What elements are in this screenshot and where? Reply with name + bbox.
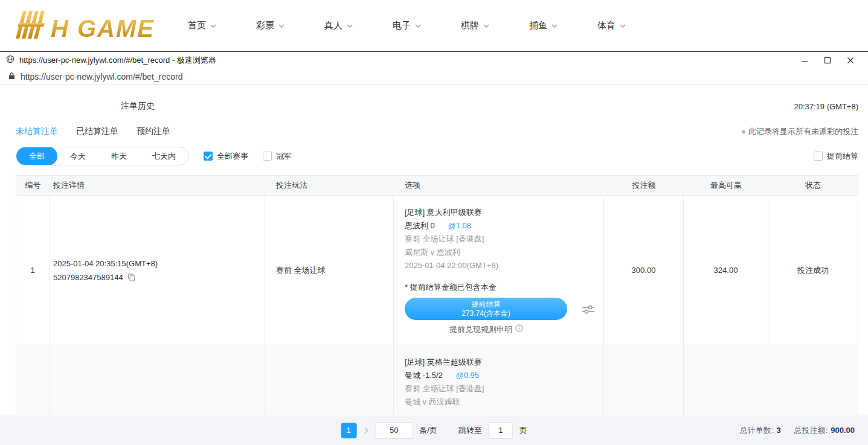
checkbox-unchecked-icon — [814, 152, 823, 161]
bet-record-page: 注单历史 20:37:19 (GMT+8) 未结算注单 已结算注单 预约注单 此… — [0, 85, 868, 415]
nav-item-fishing[interactable]: 捕鱼 — [529, 20, 558, 31]
nav-item-sports[interactable]: 体育 — [597, 20, 626, 31]
bet-id: 5207982347589144 — [53, 271, 123, 284]
total-count-value: 3 — [776, 426, 780, 435]
copy-icon[interactable] — [127, 274, 135, 281]
cell-details: 2025-01-04 20:35:15(GMT+8) 5207982347589… — [50, 196, 265, 345]
nav-label: 棋牌 — [461, 20, 479, 31]
pill-all[interactable]: 全部 — [16, 147, 57, 165]
maximize-button[interactable] — [816, 52, 839, 68]
header-play: 投注玩法 — [265, 180, 394, 191]
table-row: 1 2025-01-04 20:35:15(GMT+8) 52079823475… — [16, 196, 858, 345]
nav-label: 真人 — [324, 20, 342, 31]
server-time: 20:37:19 (GMT+8) — [794, 102, 858, 111]
pill-7days[interactable]: 七天内 — [140, 147, 188, 165]
checkbox-all-events[interactable]: 全部赛事 — [204, 151, 248, 162]
page-size-input[interactable] — [375, 422, 413, 439]
cell-option: [足球] 英格兰超级联赛 曼城 -1.5/2 @0.95 赛前 全场让球 [香港… — [394, 345, 604, 415]
checkbox-early-settle[interactable]: 提前结算 — [814, 151, 858, 162]
nav-label: 首页 — [188, 20, 206, 31]
total-amount-label: 总投注额: — [794, 425, 828, 436]
site-top-nav: H GAME 首页 彩票 真人 电子 棋牌 — [0, 0, 868, 51]
cashout-button-title: 提前结算 — [472, 300, 501, 309]
minimize-button[interactable] — [793, 52, 816, 68]
jump-page-input[interactable] — [489, 422, 513, 439]
option-pick: 恩波利 0 — [405, 221, 435, 230]
jump-label: 跳转至 — [458, 425, 482, 436]
checkbox-label: 提前结算 — [827, 151, 858, 162]
note-bullet-icon — [742, 130, 745, 133]
cell-details — [50, 345, 265, 415]
address-bar[interactable]: https://user-pc-new.jylywl.com/#/bet_rec… — [0, 68, 868, 85]
nav-item-chess[interactable]: 棋牌 — [461, 20, 489, 31]
pagination-footer: 1 条/页 跳转至 页 总计单数: 3 总投注额: 900.00 — [0, 415, 868, 445]
chevron-down-icon — [210, 24, 216, 28]
header-details: 投注详情 — [50, 180, 265, 191]
option-odds: @1.08 — [448, 221, 471, 230]
cashout-button-amount: 273.74(含本金) — [461, 309, 510, 318]
option-match: 曼城 v 西汉姆联 — [405, 395, 595, 409]
chevron-down-icon — [483, 24, 489, 28]
cell-status — [768, 345, 858, 415]
header-option: 选项 — [394, 180, 604, 191]
browser-titlebar: https://user-pc-new.jylywl.com/#/bet_rec… — [0, 51, 868, 68]
nav-label: 电子 — [393, 20, 411, 31]
tune-slider-icon[interactable] — [582, 304, 595, 315]
checkbox-label: 全部赛事 — [217, 151, 248, 162]
cashout-note: * 提前结算金额已包含本金 — [405, 281, 595, 294]
nav-label: 体育 — [597, 20, 616, 31]
option-market: 赛前 全场让球 [香港盘] — [405, 382, 595, 395]
nav-label: 彩票 — [256, 20, 274, 31]
option-market: 赛前 全场让球 [香港盘] — [405, 232, 595, 246]
table-row: [足球] 英格兰超级联赛 曼城 -1.5/2 @0.95 赛前 全场让球 [香港… — [16, 345, 858, 415]
address-url: https://user-pc-new.jylywl.com/#/bet_rec… — [21, 72, 182, 82]
checkbox-champion[interactable]: 冠军 — [263, 151, 292, 162]
checkbox-checked-icon — [204, 152, 213, 161]
window-title: https://user-pc-new.jylywl.com/#/bet_rec… — [19, 55, 216, 66]
option-match: 威尼斯 v 恩波利 — [405, 246, 595, 259]
table-header-row: 编号 投注详情 投注玩法 选项 投注额 最高可赢 状态 — [16, 176, 858, 196]
next-page-icon[interactable] — [363, 427, 368, 434]
filter-row: 全部 今天 昨天 七天内 全部赛事 冠军 提前结算 — [0, 137, 868, 165]
date-filter-group: 全部 今天 昨天 七天内 — [16, 147, 189, 165]
total-count-label: 总计单数: — [740, 425, 774, 436]
record-note: 此记录将显示所有未派彩的投注 — [742, 126, 858, 137]
cell-option: [足球] 意大利甲级联赛 恩波利 0 @1.08 赛前 全场让球 [香港盘] 威… — [394, 196, 604, 345]
header-max-win: 最高可赢 — [684, 180, 768, 191]
nav-item-slots[interactable]: 电子 — [393, 20, 421, 31]
totals: 总计单数: 3 总投注额: 900.00 — [740, 425, 855, 436]
page-button-1[interactable]: 1 — [341, 423, 356, 438]
pill-today[interactable]: 今天 — [57, 147, 98, 165]
page-unit-label: 页 — [519, 425, 527, 436]
option-match-time: 2025-01-04 22:00(GMT+8) — [405, 259, 595, 272]
checkbox-unchecked-icon — [263, 152, 272, 161]
tabs-row: 未结算注单 已结算注单 预约注单 此记录将显示所有未派彩的投注 — [0, 112, 868, 137]
tab-unsettled[interactable]: 未结算注单 — [16, 126, 58, 137]
nav-item-live[interactable]: 真人 — [324, 20, 353, 31]
logo-stripes-icon — [14, 10, 50, 42]
option-league: [足球] 英格兰超级联赛 — [405, 356, 595, 369]
chevron-down-icon — [415, 24, 421, 28]
cashout-button[interactable]: 提前结算 273.74(含本金) — [405, 298, 567, 320]
cell-max-win — [684, 345, 768, 415]
rule-link-text: 提前兑现规则申明 — [449, 323, 512, 336]
cell-play — [265, 345, 394, 415]
chevron-down-icon — [278, 24, 285, 28]
cell-no: 1 — [16, 196, 50, 345]
nav-item-home[interactable]: 首页 — [188, 20, 216, 31]
tab-reserved[interactable]: 预约注单 — [137, 126, 170, 137]
pill-yesterday[interactable]: 昨天 — [98, 147, 140, 165]
chevron-down-icon — [620, 24, 626, 28]
cell-no — [16, 345, 50, 415]
close-button[interactable] — [839, 52, 862, 68]
tab-settled[interactable]: 已结算注单 — [76, 126, 118, 137]
nav-item-lottery[interactable]: 彩票 — [256, 20, 285, 31]
header-no: 编号 — [16, 180, 50, 191]
cell-play: 赛前 全场让球 — [265, 196, 394, 345]
option-odds: @0.95 — [455, 371, 479, 380]
lock-icon — [8, 72, 15, 82]
cashout-rule-link[interactable]: 提前兑现规则申明 — [405, 323, 568, 336]
main-nav: 首页 彩票 真人 电子 棋牌 捕鱼 — [188, 20, 626, 31]
site-logo[interactable]: H GAME — [14, 10, 155, 42]
chevron-down-icon — [551, 24, 558, 28]
